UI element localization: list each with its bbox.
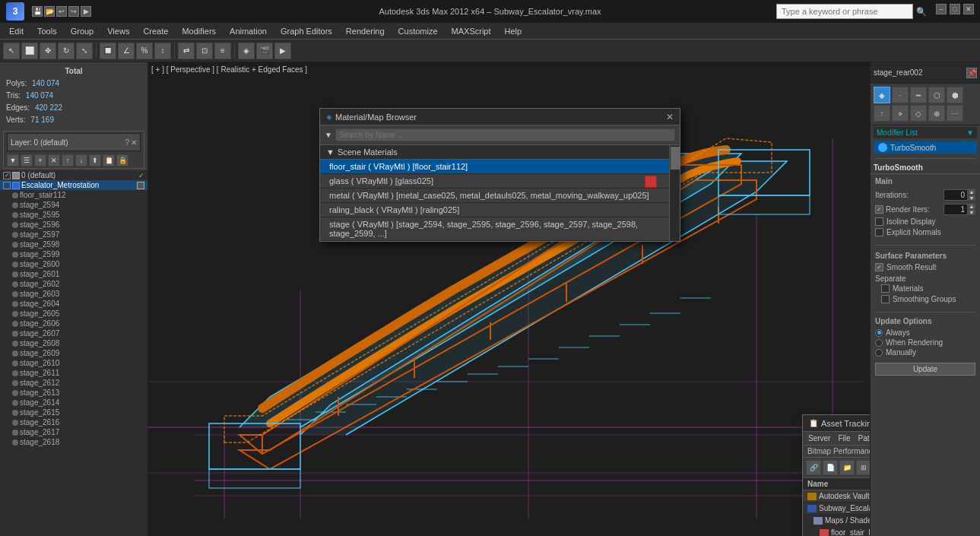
at-row-vault[interactable]: Autodesk Vault 2012 Logged Out xyxy=(803,490,870,503)
menu-graph-editors[interactable]: Graph Editors xyxy=(274,25,338,37)
mb-item-1[interactable]: glass ( VRayMtl ) [glass025] xyxy=(320,174,669,189)
sublayer-stage-2617[interactable]: stage_2617 xyxy=(0,427,147,437)
render-setup-btn[interactable]: 🎬 xyxy=(256,43,273,59)
viewport[interactable]: [ + ] [ Perspective ] [ Realistic + Edge… xyxy=(148,62,870,536)
layer-item-default[interactable]: ✓ 0 (default) ✓ xyxy=(0,170,147,180)
sublayer-stage-2594[interactable]: stage_2594 xyxy=(0,200,147,210)
update-button[interactable]: Update xyxy=(875,363,975,376)
explicit-checkbox[interactable] xyxy=(875,228,883,236)
menu-rendering[interactable]: Rendering xyxy=(340,25,391,37)
menu-create[interactable]: Create xyxy=(137,25,174,37)
menu-group[interactable]: Group xyxy=(65,25,100,37)
sublayer-stage-2612[interactable]: stage_2612 xyxy=(0,378,147,388)
sublayer-stage-2613[interactable]: stage_2613 xyxy=(0,388,147,398)
rt-chamfer-btn[interactable]: ⋄ xyxy=(892,105,909,122)
layer-tool-0[interactable]: ▼ xyxy=(7,154,19,167)
tb-undo[interactable]: ↩ xyxy=(56,6,67,17)
menu-customize[interactable]: Customize xyxy=(392,25,444,37)
search-input[interactable] xyxy=(776,4,913,19)
when-render-radio[interactable] xyxy=(875,339,883,347)
quick-render-btn[interactable]: ▶ xyxy=(274,43,291,59)
iterations-input[interactable] xyxy=(944,189,968,201)
tb-render[interactable]: ▶ xyxy=(81,6,91,17)
percent-snap[interactable]: % xyxy=(136,43,153,59)
spinner-snap[interactable]: ↕ xyxy=(154,43,171,59)
sublayer-stage-2603[interactable]: stage_2603 xyxy=(0,289,147,299)
iterations-down[interactable]: ▼ xyxy=(968,195,975,201)
rt-polygon-btn[interactable]: ◆ xyxy=(874,87,890,103)
align-tool[interactable]: ⊡ xyxy=(196,43,213,59)
angle-snap[interactable]: ∠ xyxy=(118,43,135,59)
layer-lock-escalator[interactable] xyxy=(137,182,144,189)
layer-manager-btn[interactable]: ≡ xyxy=(214,43,231,59)
material-editor-btn[interactable]: ◈ xyxy=(238,43,255,59)
mb-item-2[interactable]: metal ( VRayMtl ) [metal_case025, metal_… xyxy=(320,189,669,203)
move-tool[interactable]: ✥ xyxy=(40,43,56,59)
sublayer-stage-2598[interactable]: stage_2598 xyxy=(0,239,147,249)
manually-radio[interactable] xyxy=(875,349,883,357)
at-tb-0[interactable]: 🔗 xyxy=(806,460,821,475)
layer-tool-8[interactable]: 🔒 xyxy=(116,154,128,167)
render-iters-down[interactable]: ▼ xyxy=(968,209,975,215)
sublayer-stage-2618[interactable]: stage_2618 xyxy=(0,437,147,447)
at-menu-file[interactable]: File xyxy=(836,433,852,443)
select-region[interactable]: ⬜ xyxy=(21,43,38,59)
at-menu-server[interactable]: Server xyxy=(806,433,833,443)
rt-vertex-btn[interactable]: · xyxy=(892,87,909,103)
sublayer-stage-2597[interactable]: stage_2597 xyxy=(0,230,147,239)
tb-save[interactable]: 💾 xyxy=(32,6,43,17)
layer-tool-2[interactable]: + xyxy=(34,154,46,167)
menu-tools[interactable]: Tools xyxy=(31,25,63,37)
layer-tool-6[interactable]: ⬆ xyxy=(89,154,101,167)
materials-checkbox[interactable] xyxy=(881,284,890,293)
rt-border-btn[interactable]: ⬡ xyxy=(928,87,945,103)
sublayer-stage-2605[interactable]: stage_2605 xyxy=(0,309,147,319)
rotate-tool[interactable]: ↻ xyxy=(58,43,75,59)
at-tb-3[interactable]: ⊞ xyxy=(856,460,870,475)
render-iters-input[interactable] xyxy=(944,204,968,215)
iterations-up[interactable]: ▲ xyxy=(968,189,975,195)
rt-extrude-btn[interactable]: ↑ xyxy=(874,105,890,122)
modifier-dropdown[interactable]: Modifier List ▼ xyxy=(874,127,977,138)
select-tool[interactable]: ↖ xyxy=(3,43,20,59)
menu-edit[interactable]: Edit xyxy=(3,25,30,37)
tb-open[interactable]: 📂 xyxy=(44,6,55,17)
sublayer-stage-2606[interactable]: stage_2606 xyxy=(0,319,147,328)
isoline-checkbox[interactable] xyxy=(875,217,883,226)
at-tb-1[interactable]: 📄 xyxy=(823,460,838,475)
at-menu-paths[interactable]: Paths xyxy=(856,433,870,443)
always-radio[interactable] xyxy=(875,329,883,337)
smooth-checkbox[interactable]: ✓ xyxy=(875,263,883,271)
close-button[interactable]: ✕ xyxy=(963,4,974,14)
sublayer-floor-stair[interactable]: floor_stair112 xyxy=(0,190,147,200)
sublayer-stage-2604[interactable]: stage_2604 xyxy=(0,299,147,309)
at-tb-2[interactable]: 📁 xyxy=(839,460,855,475)
at-row-maps[interactable]: Maps / Shaders xyxy=(803,515,870,527)
modifier-entry[interactable]: TurboSmooth xyxy=(874,141,977,154)
layer-tool-1[interactable]: ☰ xyxy=(21,154,33,167)
menu-modifiers[interactable]: Modifiers xyxy=(176,25,222,37)
rt-element-btn[interactable]: ⬢ xyxy=(947,87,963,103)
render-iters-up[interactable]: ▲ xyxy=(968,203,975,209)
layer-checkbox-default[interactable]: ✓ xyxy=(3,172,11,179)
layer-tool-5[interactable]: ↓ xyxy=(75,154,87,167)
mb-search-input[interactable] xyxy=(335,128,675,141)
layer-close-btn[interactable]: ✕ xyxy=(131,138,137,147)
scale-tool[interactable]: ⤡ xyxy=(76,43,93,59)
mb-item-0[interactable]: floor_stair ( VRayMtl ) [floor_stair112] xyxy=(320,160,669,174)
mb-scroll-thumb[interactable] xyxy=(671,147,680,170)
tb-redo[interactable]: ↪ xyxy=(68,6,79,17)
minimize-button[interactable]: – xyxy=(936,4,947,14)
sublayer-stage-2608[interactable]: stage_2608 xyxy=(0,338,147,348)
rt-edge-btn[interactable]: ━ xyxy=(910,87,927,103)
at-row-max[interactable]: Subway_Escalator_vray.max Ok xyxy=(803,503,870,515)
sublayer-stage-2596[interactable]: stage_2596 xyxy=(0,220,147,230)
layer-item-escalator[interactable]: Escalator_Metrostation xyxy=(0,180,147,190)
layer-tool-4[interactable]: ↑ xyxy=(62,154,74,167)
layer-tool-7[interactable]: 📋 xyxy=(103,154,115,167)
menu-animation[interactable]: Animation xyxy=(224,25,273,37)
mb-scrollbar[interactable] xyxy=(669,145,680,241)
sublayer-stage-2600[interactable]: stage_2600 xyxy=(0,259,147,269)
sublayer-stage-2614[interactable]: stage_2614 xyxy=(0,398,147,408)
sublayer-stage-2601[interactable]: stage_2601 xyxy=(0,269,147,279)
